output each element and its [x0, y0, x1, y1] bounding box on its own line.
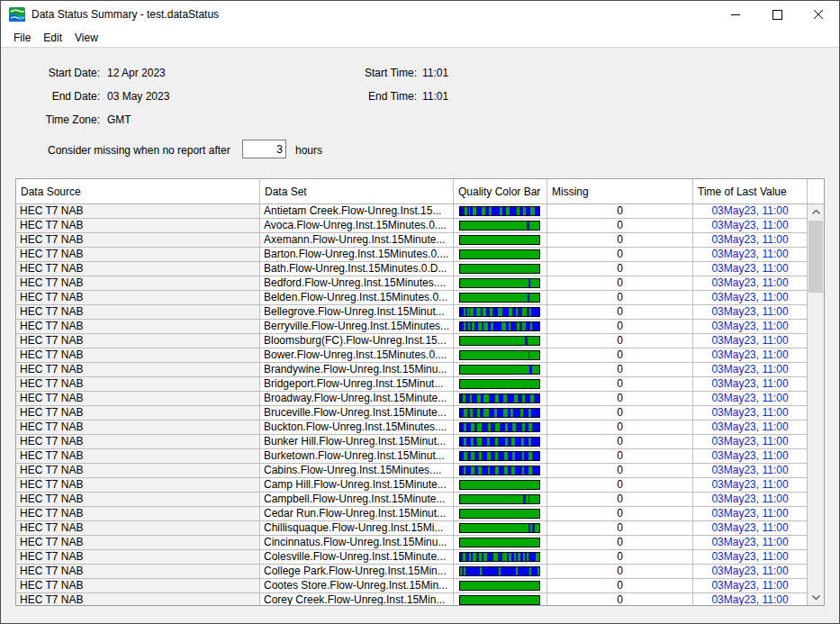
scrollbar-thumb[interactable]: [808, 221, 823, 293]
cell-data-source[interactable]: HEC T7 NAB: [16, 291, 260, 304]
cell-quality-color-bar[interactable]: [454, 291, 547, 304]
table-row[interactable]: HEC T7 NABCedar Run.Flow-Unreg.Inst.15Mi…: [16, 507, 807, 521]
cell-data-source[interactable]: HEC T7 NAB: [16, 449, 260, 463]
cell-time-of-last-value[interactable]: 03May23, 11:00: [693, 435, 807, 448]
cell-data-set[interactable]: Cootes Store.Flow-Unreg.Inst.15Min...: [260, 579, 454, 592]
cell-quality-color-bar[interactable]: [454, 320, 547, 333]
table-row[interactable]: HEC T7 NABBroadway.Flow-Unreg.Inst.15Min…: [16, 392, 807, 406]
cell-time-of-last-value[interactable]: 03May23, 11:00: [693, 449, 807, 463]
table-row[interactable]: HEC T7 NABAxemann.Flow-Unreg.Inst.15Minu…: [16, 233, 807, 248]
cell-time-of-last-value[interactable]: 03May23, 11:00: [693, 536, 807, 549]
cell-missing[interactable]: 0: [547, 536, 693, 549]
cell-missing[interactable]: 0: [547, 565, 693, 578]
cell-data-set[interactable]: Colesville.Flow-Unreg.Inst.15Minute...: [260, 550, 454, 564]
cell-missing[interactable]: 0: [547, 363, 693, 376]
cell-time-of-last-value[interactable]: 03May23, 11:00: [693, 233, 807, 247]
cell-missing[interactable]: 0: [547, 377, 693, 391]
cell-data-source[interactable]: HEC T7 NAB: [16, 348, 260, 362]
table-row[interactable]: HEC T7 NABCootes Store.Flow-Unreg.Inst.1…: [16, 579, 807, 593]
cell-quality-color-bar[interactable]: [454, 348, 547, 362]
cell-data-source[interactable]: HEC T7 NAB: [16, 536, 260, 549]
table-row[interactable]: HEC T7 NABBerryville.Flow-Unreg.Inst.15M…: [16, 320, 807, 334]
cell-data-set[interactable]: Bower.Flow-Unreg.Inst.15Minutes.0....: [260, 348, 454, 362]
cell-data-source[interactable]: HEC T7 NAB: [16, 565, 260, 578]
table-row[interactable]: HEC T7 NABCabins.Flow-Unreg.Inst.15Minut…: [16, 464, 807, 478]
cell-missing[interactable]: 0: [547, 204, 693, 218]
cell-data-source[interactable]: HEC T7 NAB: [16, 204, 260, 218]
cell-data-set[interactable]: Avoca.Flow-Unreg.Inst.15Minutes.0....: [260, 219, 454, 232]
cell-time-of-last-value[interactable]: 03May23, 11:00: [693, 478, 807, 492]
cell-missing[interactable]: 0: [547, 348, 693, 362]
table-row[interactable]: HEC T7 NABAntietam Creek.Flow-Unreg.Inst…: [16, 204, 807, 219]
cell-quality-color-bar[interactable]: [454, 449, 547, 463]
cell-quality-color-bar[interactable]: [454, 579, 547, 592]
cell-data-source[interactable]: HEC T7 NAB: [16, 507, 260, 520]
cell-time-of-last-value[interactable]: 03May23, 11:00: [693, 550, 807, 564]
cell-data-source[interactable]: HEC T7 NAB: [16, 493, 260, 506]
cell-missing[interactable]: 0: [547, 248, 693, 261]
cell-quality-color-bar[interactable]: [454, 521, 547, 535]
cell-data-set[interactable]: Bruceville.Flow-Unreg.Inst.15Minute...: [260, 406, 454, 420]
cell-time-of-last-value[interactable]: 03May23, 11:00: [693, 320, 807, 333]
cell-data-set[interactable]: Cabins.Flow-Unreg.Inst.15Minutes....: [260, 464, 454, 477]
cell-data-source[interactable]: HEC T7 NAB: [16, 262, 260, 276]
cell-time-of-last-value[interactable]: 03May23, 11:00: [693, 521, 807, 535]
cell-time-of-last-value[interactable]: 03May23, 11:00: [693, 421, 807, 434]
cell-time-of-last-value[interactable]: 03May23, 11:00: [693, 204, 807, 218]
cell-data-source[interactable]: HEC T7 NAB: [16, 435, 260, 448]
cell-quality-color-bar[interactable]: [454, 363, 547, 376]
cell-data-source[interactable]: HEC T7 NAB: [16, 219, 260, 232]
cell-time-of-last-value[interactable]: 03May23, 11:00: [693, 464, 807, 477]
cell-data-set[interactable]: Barton.Flow-Unreg.Inst.15Minutes.0....: [260, 248, 454, 261]
cell-data-set[interactable]: Buckton.Flow-Unreg.Inst.15Minutes....: [260, 421, 454, 434]
cell-time-of-last-value[interactable]: 03May23, 11:00: [693, 363, 807, 376]
cell-data-set[interactable]: Burketown.Flow-Unreg.Inst.15Minut...: [260, 449, 454, 463]
cell-quality-color-bar[interactable]: [454, 377, 547, 391]
cell-missing[interactable]: 0: [547, 291, 693, 304]
table-row[interactable]: HEC T7 NABBower.Flow-Unreg.Inst.15Minute…: [16, 348, 807, 363]
cell-data-set[interactable]: Cedar Run.Flow-Unreg.Inst.15Minut...: [260, 507, 454, 520]
close-button[interactable]: [798, 1, 839, 28]
cell-time-of-last-value[interactable]: 03May23, 11:00: [693, 392, 807, 405]
cell-data-set[interactable]: Berryville.Flow-Unreg.Inst.15Minutes...: [260, 320, 454, 333]
cell-missing[interactable]: 0: [547, 449, 693, 463]
cell-missing[interactable]: 0: [547, 435, 693, 448]
cell-missing[interactable]: 0: [547, 507, 693, 520]
cell-data-source[interactable]: HEC T7 NAB: [16, 521, 260, 535]
cell-data-source[interactable]: HEC T7 NAB: [16, 377, 260, 391]
cell-missing[interactable]: 0: [547, 593, 693, 605]
cell-data-source[interactable]: HEC T7 NAB: [16, 392, 260, 405]
cell-data-set[interactable]: Belden.Flow-Unreg.Inst.15Minutes.0...: [260, 291, 454, 304]
cell-missing[interactable]: 0: [547, 478, 693, 492]
cell-data-set[interactable]: Cincinnatus.Flow-Unreg.Inst.15Minu...: [260, 536, 454, 549]
cell-time-of-last-value[interactable]: 03May23, 11:00: [693, 262, 807, 276]
cell-data-source[interactable]: HEC T7 NAB: [16, 363, 260, 376]
cell-time-of-last-value[interactable]: 03May23, 11:00: [693, 219, 807, 232]
cell-missing[interactable]: 0: [547, 464, 693, 477]
cell-data-set[interactable]: Camp Hill.Flow-Unreg.Inst.15Minute...: [260, 478, 454, 492]
cell-quality-color-bar[interactable]: [454, 305, 547, 319]
cell-quality-color-bar[interactable]: [454, 550, 547, 564]
table-row[interactable]: HEC T7 NABBuckton.Flow-Unreg.Inst.15Minu…: [16, 421, 807, 435]
cell-data-set[interactable]: Bellegrove.Flow-Unreg.Inst.15Minut...: [260, 305, 454, 319]
cell-quality-color-bar[interactable]: [454, 392, 547, 405]
cell-missing[interactable]: 0: [547, 334, 693, 348]
cell-missing[interactable]: 0: [547, 493, 693, 506]
scroll-up-arrow-icon[interactable]: [808, 204, 824, 220]
cell-data-set[interactable]: Corey Creek.Flow-Unreg.Inst.15Min...: [260, 593, 454, 605]
cell-quality-color-bar[interactable]: [454, 233, 547, 247]
cell-data-source[interactable]: HEC T7 NAB: [16, 334, 260, 348]
minimize-button[interactable]: [715, 1, 756, 28]
table-row[interactable]: HEC T7 NABBarton.Flow-Unreg.Inst.15Minut…: [16, 248, 807, 262]
cell-quality-color-bar[interactable]: [454, 507, 547, 520]
cell-data-set[interactable]: Antietam Creek.Flow-Unreg.Inst.15...: [260, 204, 454, 218]
cell-missing[interactable]: 0: [547, 521, 693, 535]
maximize-button[interactable]: [756, 1, 798, 28]
cell-data-source[interactable]: HEC T7 NAB: [16, 550, 260, 564]
table-row[interactable]: HEC T7 NABAvoca.Flow-Unreg.Inst.15Minute…: [16, 219, 807, 233]
cell-quality-color-bar[interactable]: [454, 248, 547, 261]
table-row[interactable]: HEC T7 NABBunker Hill.Flow-Unreg.Inst.15…: [16, 435, 807, 449]
table-row[interactable]: HEC T7 NABBridgeport.Flow-Unreg.Inst.15M…: [16, 377, 807, 392]
table-row[interactable]: HEC T7 NABCollege Park.Flow-Unreg.Inst.1…: [16, 565, 807, 579]
table-row[interactable]: HEC T7 NABCamp Hill.Flow-Unreg.Inst.15Mi…: [16, 478, 807, 493]
